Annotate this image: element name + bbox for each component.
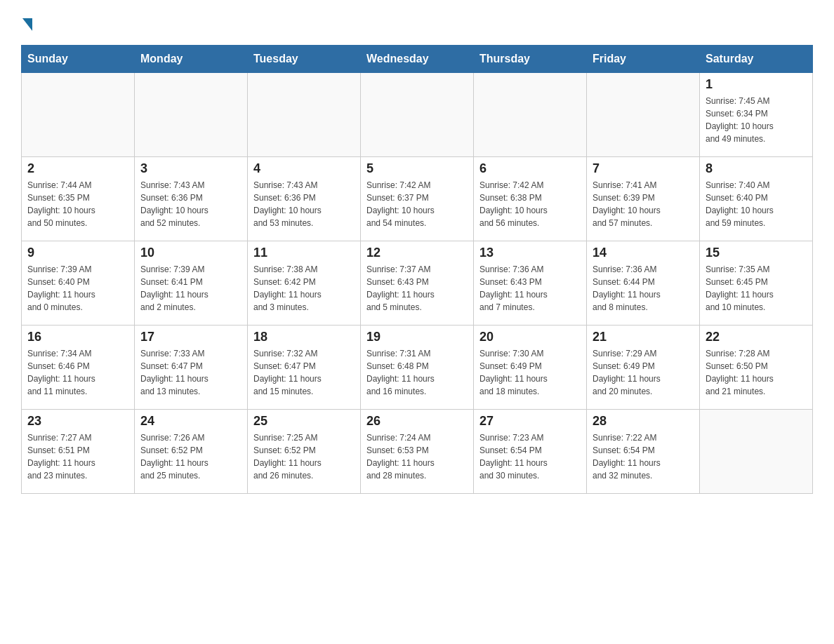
day-info: Sunrise: 7:26 AM Sunset: 6:52 PM Dayligh…	[140, 431, 241, 482]
day-number: 10	[140, 246, 241, 260]
day-number: 16	[27, 330, 128, 344]
day-number: 11	[253, 246, 355, 260]
calendar-cell: 20Sunrise: 7:30 AM Sunset: 6:49 PM Dayli…	[474, 326, 587, 410]
day-number: 6	[479, 161, 581, 176]
weekday-header-monday: Monday	[135, 46, 248, 73]
day-info: Sunrise: 7:43 AM Sunset: 6:36 PM Dayligh…	[253, 179, 355, 229]
day-info: Sunrise: 7:25 AM Sunset: 6:52 PM Dayligh…	[253, 431, 355, 482]
day-info: Sunrise: 7:43 AM Sunset: 6:36 PM Dayligh…	[140, 179, 241, 229]
calendar-cell: 24Sunrise: 7:26 AM Sunset: 6:52 PM Dayli…	[135, 410, 248, 494]
day-info: Sunrise: 7:28 AM Sunset: 6:50 PM Dayligh…	[706, 347, 807, 398]
day-number: 13	[479, 246, 581, 260]
day-number: 9	[27, 246, 128, 260]
calendar-cell: 16Sunrise: 7:34 AM Sunset: 6:46 PM Dayli…	[22, 326, 135, 410]
day-number: 3	[140, 161, 241, 176]
day-info: Sunrise: 7:29 AM Sunset: 6:49 PM Dayligh…	[593, 347, 694, 398]
calendar-cell: 3Sunrise: 7:43 AM Sunset: 6:36 PM Daylig…	[135, 157, 248, 241]
calendar-week-4: 16Sunrise: 7:34 AM Sunset: 6:46 PM Dayli…	[22, 326, 813, 410]
day-info: Sunrise: 7:36 AM Sunset: 6:43 PM Dayligh…	[479, 263, 581, 314]
calendar-cell: 18Sunrise: 7:32 AM Sunset: 6:47 PM Dayli…	[248, 326, 361, 410]
day-number: 28	[593, 414, 694, 429]
calendar-cell	[700, 410, 813, 494]
calendar-cell: 10Sunrise: 7:39 AM Sunset: 6:41 PM Dayli…	[135, 241, 248, 326]
calendar-cell: 9Sunrise: 7:39 AM Sunset: 6:40 PM Daylig…	[22, 241, 135, 326]
calendar-cell: 23Sunrise: 7:27 AM Sunset: 6:51 PM Dayli…	[22, 410, 135, 494]
calendar-body: 1Sunrise: 7:45 AM Sunset: 6:34 PM Daylig…	[22, 73, 813, 494]
weekday-header-row: SundayMondayTuesdayWednesdayThursdayFrid…	[22, 46, 813, 73]
weekday-header-thursday: Thursday	[474, 46, 587, 73]
day-info: Sunrise: 7:37 AM Sunset: 6:43 PM Dayligh…	[366, 263, 468, 314]
day-info: Sunrise: 7:39 AM Sunset: 6:41 PM Dayligh…	[140, 263, 241, 314]
calendar-cell: 4Sunrise: 7:43 AM Sunset: 6:36 PM Daylig…	[248, 157, 361, 241]
day-info: Sunrise: 7:34 AM Sunset: 6:46 PM Dayligh…	[27, 347, 128, 398]
calendar-week-5: 23Sunrise: 7:27 AM Sunset: 6:51 PM Dayli…	[22, 410, 813, 494]
calendar-table: SundayMondayTuesdayWednesdayThursdayFrid…	[21, 45, 813, 494]
day-info: Sunrise: 7:45 AM Sunset: 6:34 PM Dayligh…	[706, 95, 807, 145]
day-info: Sunrise: 7:42 AM Sunset: 6:37 PM Dayligh…	[366, 179, 468, 229]
calendar-cell: 22Sunrise: 7:28 AM Sunset: 6:50 PM Dayli…	[700, 326, 813, 410]
day-number: 14	[593, 246, 694, 260]
day-number: 4	[253, 161, 355, 176]
calendar-week-3: 9Sunrise: 7:39 AM Sunset: 6:40 PM Daylig…	[22, 241, 813, 326]
day-number: 1	[706, 77, 807, 92]
calendar-cell	[587, 73, 700, 157]
calendar-week-1: 1Sunrise: 7:45 AM Sunset: 6:34 PM Daylig…	[22, 73, 813, 157]
day-info: Sunrise: 7:30 AM Sunset: 6:49 PM Dayligh…	[479, 347, 581, 398]
day-number: 20	[479, 330, 581, 344]
calendar-cell: 15Sunrise: 7:35 AM Sunset: 6:45 PM Dayli…	[700, 241, 813, 326]
day-info: Sunrise: 7:24 AM Sunset: 6:53 PM Dayligh…	[366, 431, 468, 482]
calendar-cell: 26Sunrise: 7:24 AM Sunset: 6:53 PM Dayli…	[361, 410, 474, 494]
day-info: Sunrise: 7:44 AM Sunset: 6:35 PM Dayligh…	[27, 179, 128, 229]
calendar-cell: 25Sunrise: 7:25 AM Sunset: 6:52 PM Dayli…	[248, 410, 361, 494]
day-info: Sunrise: 7:31 AM Sunset: 6:48 PM Dayligh…	[366, 347, 468, 398]
day-number: 19	[366, 330, 468, 344]
day-number: 18	[253, 330, 355, 344]
day-number: 12	[366, 246, 468, 260]
day-info: Sunrise: 7:38 AM Sunset: 6:42 PM Dayligh…	[253, 263, 355, 314]
calendar-cell: 1Sunrise: 7:45 AM Sunset: 6:34 PM Daylig…	[700, 73, 813, 157]
day-info: Sunrise: 7:32 AM Sunset: 6:47 PM Dayligh…	[253, 347, 355, 398]
calendar-cell: 13Sunrise: 7:36 AM Sunset: 6:43 PM Dayli…	[474, 241, 587, 326]
calendar-cell	[22, 73, 135, 157]
calendar-cell	[361, 73, 474, 157]
calendar-cell	[474, 73, 587, 157]
day-number: 24	[140, 414, 241, 429]
day-number: 21	[593, 330, 694, 344]
calendar-cell: 6Sunrise: 7:42 AM Sunset: 6:38 PM Daylig…	[474, 157, 587, 241]
calendar-cell: 5Sunrise: 7:42 AM Sunset: 6:37 PM Daylig…	[361, 157, 474, 241]
weekday-header-wednesday: Wednesday	[361, 46, 474, 73]
day-number: 5	[366, 161, 468, 176]
calendar-cell: 17Sunrise: 7:33 AM Sunset: 6:47 PM Dayli…	[135, 326, 248, 410]
calendar-cell: 8Sunrise: 7:40 AM Sunset: 6:40 PM Daylig…	[700, 157, 813, 241]
calendar-cell: 11Sunrise: 7:38 AM Sunset: 6:42 PM Dayli…	[248, 241, 361, 326]
day-info: Sunrise: 7:42 AM Sunset: 6:38 PM Dayligh…	[479, 179, 581, 229]
day-info: Sunrise: 7:35 AM Sunset: 6:45 PM Dayligh…	[706, 263, 807, 314]
calendar-cell: 12Sunrise: 7:37 AM Sunset: 6:43 PM Dayli…	[361, 241, 474, 326]
calendar-cell: 27Sunrise: 7:23 AM Sunset: 6:54 PM Dayli…	[474, 410, 587, 494]
weekday-header-friday: Friday	[587, 46, 700, 73]
calendar-cell: 2Sunrise: 7:44 AM Sunset: 6:35 PM Daylig…	[22, 157, 135, 241]
day-info: Sunrise: 7:33 AM Sunset: 6:47 PM Dayligh…	[140, 347, 241, 398]
day-info: Sunrise: 7:22 AM Sunset: 6:54 PM Dayligh…	[593, 431, 694, 482]
weekday-header-tuesday: Tuesday	[248, 46, 361, 73]
day-number: 17	[140, 330, 241, 344]
weekday-header-saturday: Saturday	[700, 46, 813, 73]
day-info: Sunrise: 7:41 AM Sunset: 6:39 PM Dayligh…	[593, 179, 694, 229]
logo	[21, 14, 32, 31]
calendar-cell: 14Sunrise: 7:36 AM Sunset: 6:44 PM Dayli…	[587, 241, 700, 326]
page-header	[21, 14, 813, 31]
logo-arrow-icon	[22, 18, 32, 31]
day-number: 15	[706, 246, 807, 260]
calendar-week-2: 2Sunrise: 7:44 AM Sunset: 6:35 PM Daylig…	[22, 157, 813, 241]
day-number: 22	[706, 330, 807, 344]
day-info: Sunrise: 7:27 AM Sunset: 6:51 PM Dayligh…	[27, 431, 128, 482]
calendar-cell	[248, 73, 361, 157]
day-number: 26	[366, 414, 468, 429]
day-number: 27	[479, 414, 581, 429]
day-info: Sunrise: 7:39 AM Sunset: 6:40 PM Dayligh…	[27, 263, 128, 314]
day-number: 23	[27, 414, 128, 429]
day-number: 7	[593, 161, 694, 176]
day-number: 2	[27, 161, 128, 176]
day-info: Sunrise: 7:23 AM Sunset: 6:54 PM Dayligh…	[479, 431, 581, 482]
day-info: Sunrise: 7:36 AM Sunset: 6:44 PM Dayligh…	[593, 263, 694, 314]
